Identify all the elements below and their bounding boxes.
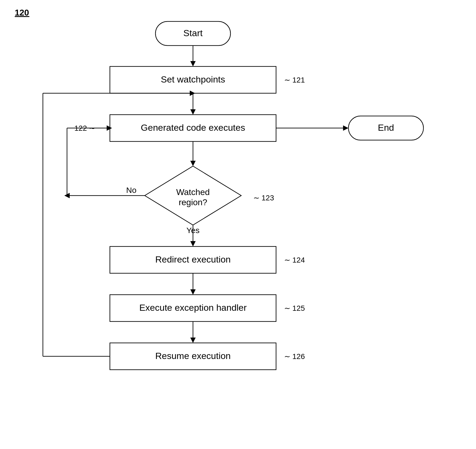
ref-126: ∼ 126 (284, 352, 305, 361)
ref-124: ∼ 124 (284, 256, 305, 264)
no-label: No (126, 186, 136, 194)
start-label: Start (183, 28, 203, 38)
svg-marker-12 (190, 161, 196, 166)
redirect-execution-label: Redirect execution (155, 254, 231, 264)
svg-marker-9 (343, 125, 348, 131)
execute-exception-label: Execute exception handler (139, 302, 247, 313)
watched-region-line2: region? (179, 197, 207, 207)
svg-marker-20 (190, 241, 196, 246)
svg-marker-26 (190, 338, 196, 343)
generated-code-label: Generated code executes (141, 122, 245, 133)
set-watchpoints-label: Set watchpoints (161, 74, 225, 84)
watched-region-line1: Watched (176, 187, 210, 197)
resume-execution-label: Resume execution (155, 351, 231, 361)
flowchart-diagram: 120 Start Set watchpoints ∼ 121 Generate… (0, 0, 476, 449)
ref-121: ∼ 121 (284, 76, 305, 84)
svg-marker-23 (190, 289, 196, 295)
ref-123: ∼ 123 (253, 194, 274, 202)
svg-marker-6 (190, 109, 196, 115)
svg-marker-3 (190, 61, 196, 66)
figure-label: 120 (15, 8, 29, 17)
end-label: End (378, 122, 394, 133)
ref-125: ∼ 125 (284, 304, 305, 312)
